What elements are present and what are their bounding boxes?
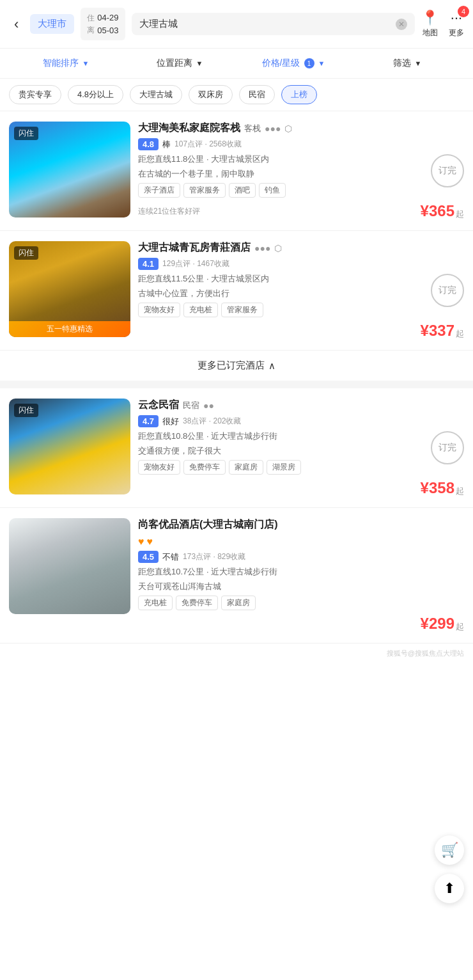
hotel-name-1: 大理淘美私家庭院客栈	[138, 122, 240, 135]
filter-location-label: 位置距离	[157, 58, 192, 69]
amenity-row-2: 宠物友好 充电桩 管家服务	[138, 303, 464, 317]
header-actions: 📍 地图 ··· 更多 4	[421, 10, 464, 38]
flash-badge-3: 闪住	[14, 404, 38, 417]
hotel-info-3: 云念民宿 民宿 ●● 4.7 很好 38点评 · 202收藏 距您直线10.8公…	[138, 399, 464, 497]
hotel-image-4	[9, 518, 130, 614]
tag-rating[interactable]: 4.8分以上	[68, 85, 123, 104]
distance-row-2: 距您直线11.5公里 · 大理古城景区内	[138, 273, 464, 285]
hotel-photo-4	[9, 518, 130, 614]
hotel-type-3: 民宿	[183, 400, 199, 411]
tag-top[interactable]: 上榜	[281, 85, 317, 104]
more-booked-label: 更多已订完酒店	[198, 360, 265, 372]
price-wrap-2: ¥337 起	[421, 322, 464, 340]
share-icon-2[interactable]: ⬡	[274, 243, 282, 253]
more-label: 更多	[449, 28, 464, 38]
flash-badge-1: 闪住	[14, 127, 38, 140]
dates-badge[interactable]: 住 04-29 离 05-03	[81, 8, 125, 40]
back-button[interactable]: ‹	[9, 13, 24, 35]
hotel-name-row-2: 大理古城青瓦房青莊酒店 ●●● ⬡	[138, 241, 464, 255]
hotel-name-row-1: 大理淘美私家庭院客栈 客栈 ●●● ⬡	[138, 122, 464, 135]
hotel-footer-3: ¥358 起	[138, 479, 464, 497]
hotel-dots-1: ●●●	[265, 123, 281, 134]
booked-circle-1: 订完	[431, 154, 464, 187]
search-text: 大理古城	[139, 18, 391, 30]
hotel-dots-3: ●●	[203, 400, 214, 411]
filter-more[interactable]: 筛选 ▼	[350, 55, 464, 72]
review-info-1: 107点评 · 2568收藏	[174, 139, 242, 150]
hotel-dots-2: ●●●	[254, 243, 270, 253]
chevron-up-icon: ∧	[268, 360, 275, 372]
map-label: 地图	[423, 28, 438, 38]
desc-row-4: 天台可观苍山洱海古城	[138, 581, 464, 592]
watermark: 搜狐号@搜狐焦点大理站	[0, 644, 473, 663]
hotel-name-2: 大理古城青瓦房青莊酒店	[138, 241, 251, 255]
chevron-down-icon: ▼	[318, 59, 325, 67]
amenity-tag: 宠物友好	[138, 303, 180, 317]
hotel-image-3: 闪住	[9, 399, 130, 494]
hotel-footer-2: ¥337 起	[138, 322, 464, 340]
hotel-name-row-3: 云念民宿 民宿 ●●	[138, 399, 464, 412]
top-float-button[interactable]: ⬆	[435, 874, 464, 903]
promo-badge-2: 五一特惠精选	[9, 321, 130, 337]
price-3: ¥358	[421, 479, 454, 497]
hotel-card-3[interactable]: 闪住 云念民宿 民宿 ●● 4.7 很好 38点评 · 202收藏 距您直线10…	[0, 388, 473, 508]
distance-row-4: 距您直线10.7公里 · 近大理古城步行街	[138, 566, 464, 578]
more-booked-button[interactable]: 更多已订完酒店 ∧	[0, 351, 473, 384]
review-info-2: 129点评 · 1467收藏	[162, 258, 229, 269]
filter-location[interactable]: 位置距离 ▼	[123, 55, 236, 72]
amenity-tag: 免费停车	[176, 596, 218, 610]
amenity-tag: 宠物友好	[138, 460, 180, 475]
price-2: ¥337	[421, 322, 454, 340]
amenity-tag: 管家服务	[183, 183, 226, 198]
city-badge[interactable]: 大理市	[30, 14, 74, 34]
amenity-tag: 亲子酒店	[138, 183, 180, 198]
map-icon: 📍	[421, 10, 438, 26]
clear-button[interactable]: ✕	[396, 19, 407, 30]
rating-label-1: 棒	[162, 139, 171, 150]
tag-ancient-city[interactable]: 大理古城	[130, 85, 182, 104]
filter-smart-label: 智能排序	[43, 58, 79, 69]
available-hotel-list: 闪住 云念民宿 民宿 ●● 4.7 很好 38点评 · 202收藏 距您直线10…	[0, 388, 473, 644]
tag-vip[interactable]: 贵宾专享	[9, 85, 61, 104]
distance-row-1: 距您直线11.8公里 · 大理古城景区内	[138, 154, 464, 165]
amenity-tag: 家庭房	[229, 460, 263, 475]
rating-row-3: 4.7 很好 38点评 · 202收藏	[138, 415, 464, 427]
chevron-down-icon: ▼	[415, 59, 422, 67]
cart-icon: 🛒	[441, 842, 458, 858]
rating-badge-4: 4.5	[138, 551, 159, 563]
filter-price[interactable]: 价格/星级 1 ▼	[236, 55, 350, 72]
hotel-card-2[interactable]: 闪住 五一特惠精选 大理古城青瓦房青莊酒店 ●●● ⬡ 4.1 129点评 · …	[0, 231, 473, 351]
checkin-date: 04-29	[97, 12, 118, 24]
tag-bar: 贵宾专享 4.8分以上 大理古城 双床房 民宿 上榜	[0, 79, 473, 111]
more-badge: 4	[458, 6, 469, 17]
tag-twin[interactable]: 双床房	[189, 85, 233, 104]
hotel-footer-1: 连续21位住客好评 ¥365 起	[138, 202, 464, 220]
amenity-tag: 管家服务	[221, 303, 263, 317]
hotel-card-1[interactable]: 闪住 大理淘美私家庭院客栈 客栈 ●●● ⬡ 4.8 棒 107点评 · 256…	[0, 111, 473, 231]
hotel-info-2: 大理古城青瓦房青莊酒店 ●●● ⬡ 4.1 129点评 · 1467收藏 距您直…	[138, 241, 464, 340]
rating-label-4: 不错	[162, 551, 179, 563]
rating-row-4: 4.5 不错 173点评 · 829收藏	[138, 551, 464, 563]
price-4: ¥299	[421, 615, 454, 633]
desc-row-3: 交通很方便，院子很大	[138, 445, 464, 457]
flash-badge-2: 闪住	[14, 246, 38, 260]
price-wrap-1: ¥365 起	[421, 202, 464, 220]
rating-label-3: 很好	[162, 416, 179, 427]
amenity-tag: 免费停车	[183, 460, 226, 475]
filter-smart[interactable]: 智能排序 ▼	[9, 55, 123, 72]
hotel-card-4[interactable]: 尚客优品酒店(大理古城南门店) ♥ ♥ 4.5 不错 173点评 · 829收藏…	[0, 508, 473, 644]
rating-row-1: 4.8 棒 107点评 · 2568收藏	[138, 138, 464, 150]
booked-hotel-list: 闪住 大理淘美私家庭院客栈 客栈 ●●● ⬡ 4.8 棒 107点评 · 256…	[0, 111, 473, 351]
chevron-down-icon: ▼	[196, 59, 203, 67]
hotel-info-1: 大理淘美私家庭院客栈 客栈 ●●● ⬡ 4.8 棒 107点评 · 2568收藏…	[138, 122, 464, 220]
cart-float-button[interactable]: 🛒	[435, 835, 464, 865]
map-button[interactable]: 📍 地图	[421, 10, 438, 38]
search-box[interactable]: 大理古城 ✕	[132, 13, 415, 35]
top-icon: ⬆	[444, 880, 455, 897]
rating-badge-2: 4.1	[138, 258, 159, 270]
price-start-3: 起	[456, 486, 464, 497]
share-icon-1[interactable]: ⬡	[284, 123, 292, 134]
tag-minsu[interactable]: 民宿	[239, 85, 275, 104]
more-button[interactable]: ··· 更多 4	[449, 10, 464, 38]
checkin-label: 住	[87, 12, 95, 24]
